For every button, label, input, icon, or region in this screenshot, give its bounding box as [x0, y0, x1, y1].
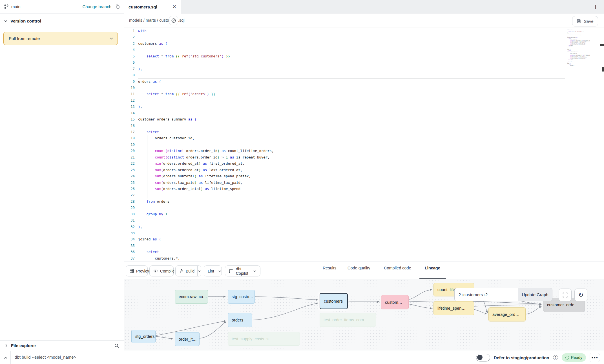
code-line[interactable]: 36 select — [124, 249, 604, 255]
line-number: 28 — [124, 198, 135, 205]
code-line[interactable]: 9orders as ( — [124, 79, 604, 85]
code-line[interactable]: 14 — [124, 110, 604, 116]
code-line[interactable]: 33 — [124, 230, 604, 236]
code-line[interactable]: 34joined as ( — [124, 236, 604, 242]
code-line[interactable]: 17 select — [124, 129, 604, 135]
code-line[interactable]: 35 — [124, 243, 604, 249]
code-line[interactable]: 3customers as ( — [124, 41, 604, 47]
line-number: 31 — [124, 217, 135, 224]
dbt-command-input[interactable]: dbt build --select <model_name> — [15, 355, 76, 359]
code-line[interactable]: 24 sum(orders.subtotal) as lifetime_spen… — [124, 173, 604, 179]
code-line[interactable]: 4 — [124, 47, 604, 53]
lineage-node-order-items[interactable]: order_it… — [175, 332, 200, 346]
new-tab-button[interactable]: + — [591, 2, 600, 11]
save-button[interactable]: Save — [572, 16, 598, 26]
copilot-label: dbt Copilot — [236, 267, 251, 276]
close-icon[interactable]: ✕ — [172, 5, 176, 9]
code-line[interactable]: 10 — [124, 85, 604, 91]
edge-orders-to-customers — [252, 303, 318, 320]
scrollbar-thumb[interactable] — [602, 67, 604, 72]
edge-stg-orders-to-order-items — [156, 336, 173, 339]
bottom-panel-toolbar: Preview Compile B — [124, 262, 604, 279]
tab-customers-sql[interactable]: customers.sql ✕ — [124, 0, 181, 14]
code-line[interactable]: 26 sum(orders.order_total) as lifetime_s… — [124, 186, 604, 192]
lineage-canvas[interactable]: ecom.raw_cu…stg_custo…customerscustom…co… — [124, 279, 604, 350]
divider — [10, 351, 11, 364]
chevron-up-icon[interactable] — [2, 354, 9, 361]
line-number: 24 — [124, 173, 135, 179]
line-number: 23 — [124, 167, 135, 173]
code-line[interactable]: 20 count(distinct orders.order_id) as co… — [124, 148, 604, 154]
code-line[interactable]: 15customer_orders_summary as ( — [124, 116, 604, 122]
code-line[interactable]: 2 — [124, 34, 604, 40]
lineage-node-lifetime-spend[interactable]: lifetime_spen… — [433, 301, 474, 315]
code-line[interactable]: 21 count(distinct orders.order_id) > 1 a… — [124, 154, 604, 160]
help-icon[interactable]: ? — [553, 355, 558, 360]
lineage-node-test-supply-costs[interactable]: test_supply_costs_s… — [228, 332, 300, 346]
line-number: 37 — [124, 255, 135, 262]
tab-results[interactable]: Results — [323, 266, 336, 270]
line-number: 4 — [124, 47, 135, 53]
code-line[interactable]: 19 — [124, 142, 604, 148]
code-line[interactable]: 6 — [124, 59, 604, 66]
tab-compiled-code[interactable]: Compiled code — [384, 266, 411, 270]
code-line[interactable]: 1with — [124, 28, 604, 34]
tab-lineage[interactable]: Lineage — [425, 266, 440, 270]
dbt-copilot-button[interactable]: dbt Copilot — [225, 265, 260, 276]
code-line[interactable]: 7), — [124, 66, 604, 72]
change-branch-link[interactable]: Change branch — [82, 4, 111, 9]
search-icon[interactable] — [114, 343, 119, 348]
code-line[interactable]: 22 min(orders.ordered_at) as first_order… — [124, 160, 604, 167]
active-tab-underline — [419, 278, 446, 279]
code-line[interactable]: 12 — [124, 97, 604, 104]
code-line[interactable]: 16 — [124, 123, 604, 129]
lineage-node-stg-customers[interactable]: stg_custo… — [228, 290, 255, 304]
lineage-node-stg-orders[interactable]: stg_orders — [131, 330, 156, 343]
build-button[interactable]: Build — [175, 265, 201, 276]
code-line[interactable]: 30 group by 1 — [124, 211, 604, 217]
code-line[interactable]: 5 select * from {{ ref('stg_customers') … — [124, 53, 604, 59]
build-dropdown-chevron-icon[interactable] — [198, 266, 201, 276]
line-number: 7 — [124, 66, 135, 72]
code-line[interactable]: 31 — [124, 217, 604, 224]
code-line[interactable]: 37 customers.*, — [124, 255, 604, 262]
file-explorer-row[interactable]: File explorer — [0, 340, 124, 350]
line-number: 20 — [124, 148, 135, 154]
tab-code-quality[interactable]: Code quality — [348, 266, 370, 270]
version-control-title: Version control — [10, 19, 41, 23]
code-line[interactable]: 32), — [124, 224, 604, 230]
line-number: 14 — [124, 110, 135, 116]
lineage-node-average-order[interactable]: average_ord… — [488, 307, 526, 321]
code-line[interactable]: 13), — [124, 104, 604, 110]
lineage-selector-input[interactable]: 2+customers+2 — [454, 288, 518, 301]
chevron-down-icon[interactable] — [105, 37, 118, 40]
ready-circle-icon — [565, 356, 569, 359]
code-line[interactable]: 28 from orders — [124, 198, 604, 205]
copilot-compass-icon[interactable] — [169, 16, 178, 25]
lineage-node-orders[interactable]: orders — [228, 313, 252, 327]
lint-button[interactable]: Lint — [204, 265, 222, 276]
fullscreen-icon[interactable] — [559, 289, 572, 301]
defer-toggle[interactable] — [476, 354, 490, 361]
code-line[interactable]: 29 — [124, 205, 604, 211]
lineage-node-customer-pink[interactable]: custom… — [381, 295, 409, 309]
code-line[interactable]: 23 max(orders.ordered_at) as last_ordere… — [124, 167, 604, 173]
copy-icon[interactable] — [115, 4, 120, 9]
preview-button[interactable]: Preview — [126, 265, 148, 276]
version-control-header[interactable]: Version control — [4, 19, 41, 23]
refresh-icon[interactable]: ↻ — [574, 289, 587, 301]
pull-from-remote-button[interactable]: Pull from remote — [3, 32, 118, 45]
compile-button[interactable]: Compile — [149, 265, 174, 276]
lineage-node-ecom-raw-customers[interactable]: ecom.raw_cu… — [175, 290, 208, 304]
more-options-button[interactable]: ●●● — [590, 353, 600, 362]
minimap[interactable]: with customers as ( select * from {{ ref… — [567, 29, 590, 66]
lint-dropdown-chevron-icon[interactable] — [218, 266, 222, 276]
lineage-node-test-order-items[interactable]: test_order_items_com… — [320, 313, 376, 327]
lineage-node-customers[interactable]: customers — [320, 293, 348, 309]
code-editor[interactable]: 1with23customers as (45 select * from {{… — [124, 28, 604, 262]
update-graph-button[interactable]: Update Graph — [518, 288, 552, 301]
code-line[interactable]: 18 orders.customer_id, — [124, 135, 604, 141]
code-line[interactable]: 11 select * from {{ ref('orders') }} — [124, 91, 604, 97]
code-line[interactable]: 25 sum(orders.tax_paid) as lifetime_tax_… — [124, 180, 604, 186]
code-line[interactable]: 27 — [124, 192, 604, 198]
